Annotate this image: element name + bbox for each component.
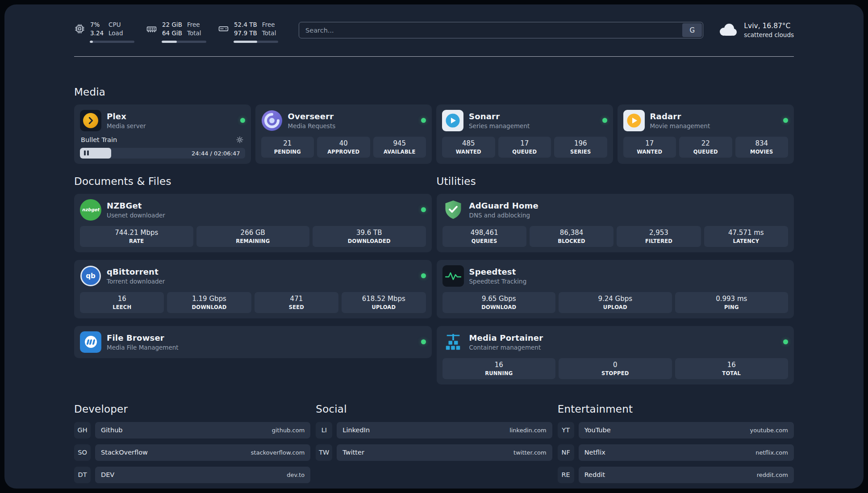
- stat-label: SERIES: [570, 149, 591, 155]
- cpu-load-value: 3.24: [90, 29, 104, 38]
- status-dot: [783, 339, 788, 344]
- app-name: qBittorrent: [107, 267, 165, 276]
- bookmark-group-social: Social LI LinkedIn linkedin.com TW Twitt…: [316, 403, 552, 483]
- app-card-nzbget[interactable]: nzbget NZBGet Usenet downloader 744.21 M…: [74, 194, 432, 252]
- stat-label: QUEUED: [693, 149, 718, 155]
- status-dot: [421, 207, 426, 212]
- bookmark-twitter[interactable]: TW Twitter twitter.com: [316, 444, 552, 461]
- app-card-portainer[interactable]: Media Portainer Container management 16 …: [437, 326, 794, 384]
- ram-free-value: 22 GiB: [162, 21, 182, 29]
- ram-total-label: Total: [187, 29, 201, 38]
- bookmark-dev[interactable]: DT DEV dev.to: [74, 467, 310, 483]
- stat-label: WANTED: [637, 149, 662, 155]
- bookmark-link[interactable]: LinkedIn linkedin.com: [337, 422, 552, 439]
- stat-label: DOWNLOAD: [481, 304, 516, 310]
- app-card-sonarr[interactable]: Sonarr Series management 485 WANTED 17 Q…: [436, 104, 613, 164]
- bookmark-group-entertainment: Entertainment YT YouTube youtube.com NF …: [558, 403, 794, 483]
- stat-value: 471: [290, 295, 303, 303]
- bookmark-abbr[interactable]: LI: [316, 422, 332, 439]
- bookmark-linkedin[interactable]: LI LinkedIn linkedin.com: [316, 422, 552, 439]
- status-dot: [240, 118, 245, 123]
- bookmark-link[interactable]: Github github.com: [95, 422, 310, 439]
- search-input[interactable]: [299, 22, 703, 38]
- app-name: NZBGet: [107, 201, 165, 210]
- app-card-overseerr[interactable]: Overseerr Media Requests 21 PENDING 40 A…: [255, 104, 432, 164]
- ram-icon: [146, 23, 157, 34]
- app-desc: Speedtest Tracking: [469, 278, 527, 285]
- bookmarks-area: Developer GH Github github.com SO StackO…: [74, 403, 794, 483]
- bookmark-link[interactable]: Twitter twitter.com: [337, 444, 552, 461]
- app-card-speedtest[interactable]: Speedtest Speedtest Tracking 9.65 Gbps D…: [437, 260, 794, 318]
- bookmark-link[interactable]: DEV dev.to: [95, 467, 310, 483]
- stat-label: FILTERED: [645, 238, 672, 244]
- stat-stopped: 0 STOPPED: [559, 358, 672, 379]
- topbar: 7% 3.24 CPU Load: [74, 4, 794, 43]
- weather-widget: Lviv, 16.87°C scattered clouds: [718, 22, 794, 38]
- bookmark-name: LinkedIn: [342, 426, 370, 434]
- stat-value: 21: [283, 139, 292, 147]
- bookmark-link[interactable]: StackOverflow stackoverflow.com: [95, 444, 310, 461]
- disk-total-value: 97.9 TB: [234, 29, 257, 38]
- cpu-icon: [74, 23, 85, 34]
- bookmark-stackoverflow[interactable]: SO StackOverflow stackoverflow.com: [74, 444, 310, 461]
- app-card-plex[interactable]: Plex Media server Bullet Train: [74, 104, 251, 164]
- bookmark-youtube[interactable]: YT YouTube youtube.com: [558, 422, 794, 439]
- gear-icon[interactable]: [235, 135, 244, 144]
- stat-series: 196 SERIES: [554, 137, 607, 158]
- bookmark-link[interactable]: Netflix netflix.com: [579, 444, 794, 461]
- bookmark-abbr[interactable]: RE: [558, 467, 574, 483]
- bookmark-abbr[interactable]: SO: [74, 444, 91, 461]
- bookmark-abbr[interactable]: TW: [316, 444, 332, 461]
- stat-latency: 47.571 ms LATENCY: [704, 226, 788, 247]
- app-desc: Media File Management: [107, 344, 179, 351]
- cpu-progress-fill: [90, 41, 93, 43]
- pause-icon[interactable]: [84, 150, 89, 155]
- stat-value: 16: [727, 361, 736, 369]
- search-bar: G: [299, 22, 703, 38]
- stat-leech: 16 LEECH: [80, 292, 164, 313]
- cpu-label: CPU: [108, 21, 123, 29]
- search-engine-button[interactable]: G: [682, 23, 702, 37]
- bookmark-netflix[interactable]: NF Netflix netflix.com: [558, 444, 794, 461]
- bookmark-reddit[interactable]: RE Reddit reddit.com: [558, 467, 794, 483]
- section-documents: Documents & Files nzbget NZBGet Usenet d…: [74, 175, 432, 358]
- speedtest-icon: [442, 265, 464, 287]
- app-name: Media Portainer: [469, 333, 543, 343]
- topbar-divider: [74, 56, 794, 57]
- bookmark-github[interactable]: GH Github github.com: [74, 422, 310, 439]
- cpu-widget: 7% 3.24 CPU Load: [74, 21, 134, 43]
- app-card-qbittorrent[interactable]: qb qBittorrent Torrent downloader 16 LEE…: [74, 260, 432, 318]
- stat-label: APPROVED: [327, 149, 359, 155]
- bookmark-name: Github: [101, 426, 123, 434]
- playback-progress-bar: 24:44 / 02:06:47: [80, 148, 245, 159]
- app-card-radarr[interactable]: Radarr Movie management 17 WANTED 22 QUE…: [618, 104, 794, 164]
- stat-value: 17: [645, 139, 654, 147]
- portainer-icon: [442, 331, 464, 353]
- disk-progress-fill: [234, 41, 257, 43]
- bookmark-link[interactable]: YouTube youtube.com: [579, 422, 794, 439]
- bookmark-domain: reddit.com: [757, 472, 788, 478]
- app-desc: Container management: [469, 344, 543, 351]
- bookmark-link[interactable]: Reddit reddit.com: [579, 467, 794, 483]
- ram-progress-fill: [162, 41, 177, 43]
- ram-progress-bar: [162, 41, 206, 43]
- bookmark-abbr[interactable]: GH: [74, 422, 91, 439]
- stat-value: 17: [520, 139, 529, 147]
- stat-value: 22: [701, 139, 710, 147]
- stat-download: 9.65 Gbps DOWNLOAD: [442, 292, 556, 313]
- bookmark-abbr[interactable]: YT: [558, 422, 574, 439]
- weather-condition: scattered clouds: [744, 31, 794, 38]
- app-card-adguard[interactable]: AdGuard Home DNS and adblocking 498,461 …: [437, 194, 794, 252]
- stat-value: 40: [339, 139, 348, 147]
- stat-wanted: 485 WANTED: [442, 137, 495, 158]
- ram-total-value: 64 GiB: [162, 29, 182, 38]
- bookmark-abbr[interactable]: DT: [74, 467, 91, 483]
- stat-label: UPLOAD: [371, 304, 396, 310]
- nzbget-icon: nzbget: [80, 199, 101, 221]
- stat-label: TOTAL: [722, 370, 741, 376]
- bookmark-abbr[interactable]: NF: [558, 444, 574, 461]
- app-name: Radarr: [650, 112, 710, 121]
- stat-approved: 40 APPROVED: [317, 137, 370, 158]
- stat-movies: 834 MOVIES: [735, 137, 789, 158]
- app-card-filebrowser[interactable]: File Browser Media File Management: [74, 326, 432, 358]
